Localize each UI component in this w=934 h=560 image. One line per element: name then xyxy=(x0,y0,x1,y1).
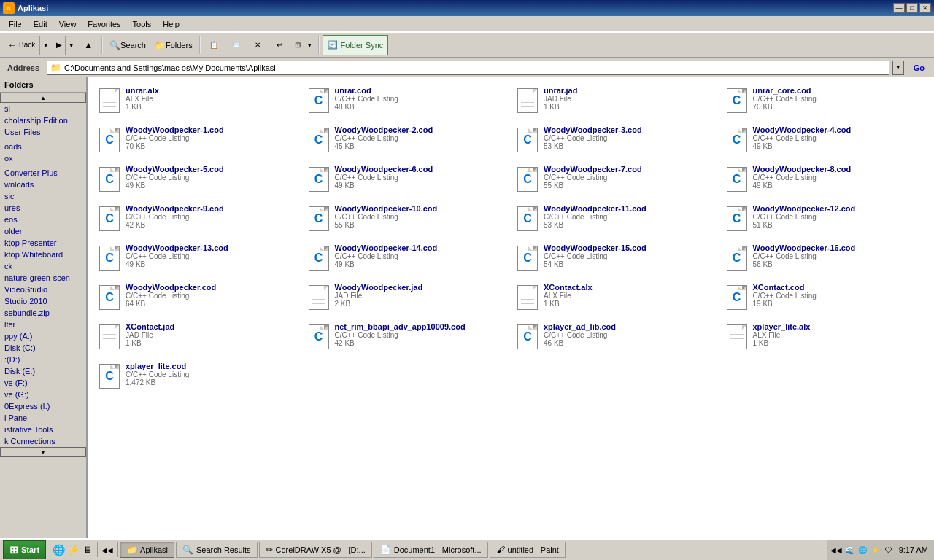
file-item[interactable]: Cxplayer_ad_lib.codC/C++ Code Listing46 … xyxy=(512,319,719,357)
file-item[interactable]: CWoodyWoodpecker-10.codC/C++ Code Listin… xyxy=(303,201,511,239)
file-item[interactable]: XContact.jadJAD File1 KB xyxy=(93,319,301,357)
go-button[interactable]: Go xyxy=(907,61,931,74)
tray-uTorrent[interactable]: 🌊 xyxy=(844,544,855,556)
file-item[interactable]: CXContact.codC/C++ Code Listing19 KB xyxy=(721,280,929,318)
file-item[interactable]: CWoodyWoodpecker-3.codC/C++ Code Listing… xyxy=(512,122,719,160)
taskbar-item-0[interactable]: 📁Aplikasi xyxy=(120,542,174,558)
up-button[interactable]: ▲ xyxy=(78,35,99,55)
file-item[interactable]: xplayer_lite.alxALX File1 KB xyxy=(721,319,929,357)
taskbar-item-4[interactable]: 🖌untitled - Paint xyxy=(490,542,566,558)
file-item[interactable]: CWoodyWoodpecker-6.codC/C++ Code Listing… xyxy=(303,162,511,200)
menu-file[interactable]: File xyxy=(3,18,28,30)
forward-button[interactable]: ▶ ▼ xyxy=(53,35,77,55)
sidebar-item-23[interactable]: :(D:) xyxy=(0,354,86,365)
address-dropdown-button[interactable]: ▼ xyxy=(892,61,904,75)
file-item[interactable]: Cunrar_core.codC/C++ Code Listing70 KB xyxy=(721,83,929,121)
menu-view[interactable]: View xyxy=(53,18,82,30)
file-item[interactable]: unrar.jadJAD File1 KB xyxy=(512,83,719,121)
file-item[interactable]: Cxplayer_lite.codC/C++ Code Listing1,472… xyxy=(93,359,301,397)
icon-btn-4[interactable]: ↩ xyxy=(269,35,290,55)
sidebar-item-0[interactable]: sl xyxy=(0,103,86,114)
sidebar-item-7[interactable]: Converter Plus xyxy=(0,167,86,179)
sidebar-item-17[interactable]: VideoStudio xyxy=(0,284,86,295)
address-input[interactable]: 📁 C:\Documents and Settings\mac os\My Do… xyxy=(47,61,889,75)
tray-arrow[interactable]: ⚡ xyxy=(870,544,881,556)
sidebar-item-16[interactable]: nature-green-scen xyxy=(0,272,86,284)
sidebar-scroll-down[interactable]: ▼ xyxy=(0,447,86,457)
sidebar-item-28[interactable]: l Panel xyxy=(0,412,86,424)
quick-launch-ie[interactable]: 🌐 xyxy=(52,543,65,556)
tray-browser[interactable]: 🌐 xyxy=(857,544,868,556)
tray-icon-arrows[interactable]: ◀◀ xyxy=(830,544,842,556)
file-item[interactable]: CWoodyWoodpecker-16.codC/C++ Code Listin… xyxy=(721,241,929,279)
file-item[interactable]: CWoodyWoodpecker-11.codC/C++ Code Listin… xyxy=(512,201,719,239)
file-item[interactable]: CWoodyWoodpecker-2.codC/C++ Code Listing… xyxy=(303,122,511,160)
sidebar-item-8[interactable]: wnloads xyxy=(0,179,86,190)
sidebar-item-12[interactable]: older xyxy=(0,225,86,237)
file-item[interactable]: Cnet_rim_bbapi_adv_app10009.codC/C++ Cod… xyxy=(303,319,511,357)
maximize-button[interactable]: □ xyxy=(906,3,918,13)
file-item[interactable]: XContact.alxALX File1 KB xyxy=(512,280,719,318)
sidebar-item-25[interactable]: ve (F:) xyxy=(0,377,86,389)
forward-dropdown-arrow[interactable]: ▼ xyxy=(66,41,76,49)
sidebar-item-29[interactable]: istrative Tools xyxy=(0,424,86,435)
file-item[interactable]: CWoodyWoodpecker-5.codC/C++ Code Listing… xyxy=(93,162,301,200)
sidebar-item-11[interactable]: eos xyxy=(0,214,86,225)
sidebar-scroll-up[interactable]: ▲ xyxy=(0,93,86,103)
view-dropdown-arrow[interactable]: ▼ xyxy=(304,41,314,49)
taskbar-item-3[interactable]: 📄Document1 - Microsoft... xyxy=(374,542,488,558)
folder-sync-button[interactable]: 🔄 Folder Sync xyxy=(323,35,389,55)
file-item[interactable]: CWoodyWoodpecker-12.codC/C++ Code Listin… xyxy=(721,201,929,239)
file-item[interactable]: CWoodyWoodpecker.codC/C++ Code Listing64… xyxy=(93,280,301,318)
sidebar-item-10[interactable]: ures xyxy=(0,202,86,214)
back-dropdown-arrow[interactable]: ▼ xyxy=(40,41,50,49)
file-item[interactable]: CWoodyWoodpecker-1.codC/C++ Code Listing… xyxy=(93,122,301,160)
sidebar-item-22[interactable]: Disk (C:) xyxy=(0,342,86,354)
tray-security[interactable]: 🛡 xyxy=(883,544,895,556)
file-item[interactable]: WoodyWoodpecker.jadJAD File2 KB xyxy=(303,280,511,318)
file-item[interactable]: CWoodyWoodpecker-7.codC/C++ Code Listing… xyxy=(512,162,719,200)
file-item[interactable]: CWoodyWoodpecker-9.codC/C++ Code Listing… xyxy=(93,201,301,239)
sidebar-item-20[interactable]: lter xyxy=(0,319,86,330)
file-item[interactable]: CWoodyWoodpecker-15.codC/C++ Code Listin… xyxy=(512,241,719,279)
sidebar-item-1[interactable]: cholarship Edition xyxy=(0,114,86,126)
search-button[interactable]: 🔍 Search xyxy=(106,35,150,55)
sidebar-item-5[interactable]: ox xyxy=(0,152,86,164)
taskbar-item-1[interactable]: 🔍Search Results xyxy=(176,542,258,558)
minimize-button[interactable]: — xyxy=(893,3,905,13)
menu-help[interactable]: Help xyxy=(157,18,185,30)
file-item[interactable]: CWoodyWoodpecker-8.codC/C++ Code Listing… xyxy=(721,162,929,200)
quick-launch-oe[interactable]: ⚡ xyxy=(66,543,80,556)
quick-launch-show-desktop[interactable]: 🖥 xyxy=(81,543,94,556)
back-button[interactable]: ← Back ▼ xyxy=(3,35,51,55)
sidebar-item-30[interactable]: k Connections xyxy=(0,435,86,447)
sidebar-item-13[interactable]: ktop Presenter xyxy=(0,237,86,249)
menu-edit[interactable]: Edit xyxy=(28,18,53,30)
file-item[interactable]: CWoodyWoodpecker-13.codC/C++ Code Listin… xyxy=(93,241,301,279)
menu-favorites[interactable]: Favorites xyxy=(82,18,126,30)
file-item[interactable]: unrar.alxALX File1 KB xyxy=(93,83,301,121)
taskbar-arrow-left[interactable]: ◀◀ xyxy=(101,543,114,556)
file-item[interactable]: Cunrar.codC/C++ Code Listing48 KB xyxy=(303,83,511,121)
view-dropdown-btn[interactable]: ⊡ ▼ xyxy=(291,35,315,55)
sidebar-item-24[interactable]: Disk (E:) xyxy=(0,365,86,377)
file-item[interactable]: CWoodyWoodpecker-14.codC/C++ Code Listin… xyxy=(303,241,511,279)
sidebar-item-27[interactable]: 0Express (I:) xyxy=(0,400,86,412)
menu-tools[interactable]: Tools xyxy=(127,18,158,30)
folders-button[interactable]: 📁 Folders xyxy=(151,35,196,55)
sidebar-item-21[interactable]: ppy (A:) xyxy=(0,330,86,342)
icon-btn-1[interactable]: 📋 xyxy=(204,35,224,55)
sidebar-item-14[interactable]: ktop Whiteboard xyxy=(0,249,86,260)
sidebar-item-26[interactable]: ve (G:) xyxy=(0,389,86,400)
sidebar-item-18[interactable]: Studio 2010 xyxy=(0,295,86,307)
start-button[interactable]: ⊞ Start xyxy=(3,540,46,559)
sidebar-item-19[interactable]: sebundle.zip xyxy=(0,307,86,319)
sidebar-item-4[interactable]: oads xyxy=(0,141,86,152)
sidebar-item-2[interactable]: User Files xyxy=(0,126,86,138)
file-item[interactable]: CWoodyWoodpecker-4.codC/C++ Code Listing… xyxy=(721,122,929,160)
sidebar-item-15[interactable]: ck xyxy=(0,260,86,272)
close-button[interactable]: ✕ xyxy=(919,3,931,13)
taskbar-item-2[interactable]: ✏CorelDRAW X5 @ - [D:... xyxy=(259,542,372,558)
icon-btn-3[interactable]: ✕ xyxy=(247,35,268,55)
icon-btn-2[interactable]: 📨 xyxy=(225,35,246,55)
